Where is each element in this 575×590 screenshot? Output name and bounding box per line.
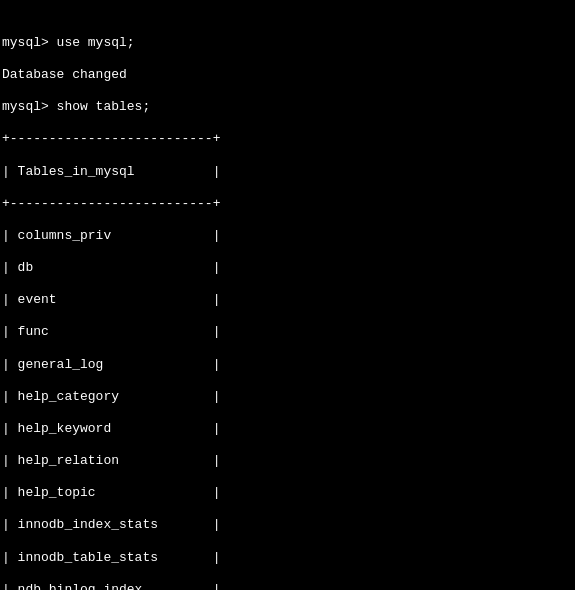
table-row-11: | innodb_table_stats | — [2, 549, 573, 566]
table-row-4: | func | — [2, 323, 573, 340]
terminal-window: mysql> use mysql; Database changed mysql… — [0, 0, 575, 590]
table-row-12: | ndb_binlog_index | — [2, 581, 573, 590]
table-border-header: +--------------------------+ — [2, 195, 573, 212]
table-border-top: +--------------------------+ — [2, 130, 573, 147]
table-row-9: | help_topic | — [2, 484, 573, 501]
table-row-10: | innodb_index_stats | — [2, 516, 573, 533]
table-header: | Tables_in_mysql | — [2, 163, 573, 180]
table-row-2: | db | — [2, 259, 573, 276]
table-row-7: | help_keyword | — [2, 420, 573, 437]
command-line-1: mysql> use mysql; — [2, 34, 573, 51]
table-row-1: | columns_priv | — [2, 227, 573, 244]
command-line-2: mysql> show tables; — [2, 98, 573, 115]
output-line-1: Database changed — [2, 66, 573, 83]
table-row-5: | general_log | — [2, 356, 573, 373]
table-row-3: | event | — [2, 291, 573, 308]
table-row-8: | help_relation | — [2, 452, 573, 469]
table-row-6: | help_category | — [2, 388, 573, 405]
